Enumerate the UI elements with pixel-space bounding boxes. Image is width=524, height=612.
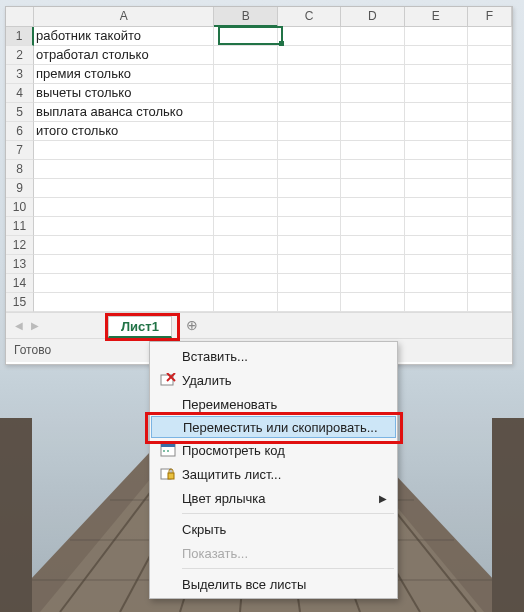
cell-a7[interactable] xyxy=(34,141,214,160)
cell-f8[interactable] xyxy=(468,160,512,179)
cell-b2[interactable] xyxy=(214,46,277,65)
cell-b4[interactable] xyxy=(214,84,277,103)
cell-a11[interactable] xyxy=(34,217,214,236)
cell-a1[interactable]: работник такойто xyxy=(34,27,214,46)
cell-c2[interactable] xyxy=(278,46,341,65)
cell-f6[interactable] xyxy=(468,122,512,141)
add-sheet-button[interactable]: ⊕ xyxy=(182,316,202,336)
cell-a3[interactable]: премия столько xyxy=(34,65,214,84)
cell-c14[interactable] xyxy=(278,274,341,293)
col-header-b[interactable]: B xyxy=(214,7,277,27)
row-header-9[interactable]: 9 xyxy=(6,179,34,198)
cell-d8[interactable] xyxy=(341,160,404,179)
cell-e1[interactable] xyxy=(405,27,468,46)
cell-b9[interactable] xyxy=(214,179,277,198)
row-header-15[interactable]: 15 xyxy=(6,293,34,312)
cell-e8[interactable] xyxy=(405,160,468,179)
cell-a8[interactable] xyxy=(34,160,214,179)
cell-e13[interactable] xyxy=(405,255,468,274)
cell-f12[interactable] xyxy=(468,236,512,255)
row-header-1[interactable]: 1 xyxy=(6,27,34,46)
cell-d5[interactable] xyxy=(341,103,404,122)
cell-b1[interactable] xyxy=(214,27,277,46)
menu-hide[interactable]: Скрыть xyxy=(150,517,397,541)
menu-move-or-copy[interactable]: Переместить или скопировать... xyxy=(151,416,396,438)
cell-c8[interactable] xyxy=(278,160,341,179)
cell-a14[interactable] xyxy=(34,274,214,293)
cell-c7[interactable] xyxy=(278,141,341,160)
cell-b5[interactable] xyxy=(214,103,277,122)
cell-e4[interactable] xyxy=(405,84,468,103)
cell-d7[interactable] xyxy=(341,141,404,160)
cell-f4[interactable] xyxy=(468,84,512,103)
cell-c6[interactable] xyxy=(278,122,341,141)
cell-c12[interactable] xyxy=(278,236,341,255)
cell-a2[interactable]: отработал столько xyxy=(34,46,214,65)
row-header-3[interactable]: 3 xyxy=(6,65,34,84)
cell-a4[interactable]: вычеты столько xyxy=(34,84,214,103)
cell-f10[interactable] xyxy=(468,198,512,217)
row-header-8[interactable]: 8 xyxy=(6,160,34,179)
cell-d3[interactable] xyxy=(341,65,404,84)
cell-d14[interactable] xyxy=(341,274,404,293)
cell-e10[interactable] xyxy=(405,198,468,217)
cell-c10[interactable] xyxy=(278,198,341,217)
cell-f2[interactable] xyxy=(468,46,512,65)
cell-b10[interactable] xyxy=(214,198,277,217)
menu-rename[interactable]: Переименовать xyxy=(150,392,397,416)
cell-c5[interactable] xyxy=(278,103,341,122)
cell-d10[interactable] xyxy=(341,198,404,217)
cell-c3[interactable] xyxy=(278,65,341,84)
cell-e7[interactable] xyxy=(405,141,468,160)
cell-b14[interactable] xyxy=(214,274,277,293)
cell-f1[interactable] xyxy=(468,27,512,46)
cell-f13[interactable] xyxy=(468,255,512,274)
menu-delete[interactable]: Удалить xyxy=(150,368,397,392)
cell-d1[interactable] xyxy=(341,27,404,46)
cell-a5[interactable]: выплата аванса столько xyxy=(34,103,214,122)
menu-insert[interactable]: Вставить... xyxy=(150,344,397,368)
cell-b11[interactable] xyxy=(214,217,277,236)
cell-b3[interactable] xyxy=(214,65,277,84)
cell-d13[interactable] xyxy=(341,255,404,274)
menu-select-all-sheets[interactable]: Выделить все листы xyxy=(150,572,397,596)
cell-c15[interactable] xyxy=(278,293,341,312)
row-header-11[interactable]: 11 xyxy=(6,217,34,236)
cell-b12[interactable] xyxy=(214,236,277,255)
row-header-10[interactable]: 10 xyxy=(6,198,34,217)
row-header-7[interactable]: 7 xyxy=(6,141,34,160)
cell-a6[interactable]: итого столько xyxy=(34,122,214,141)
menu-protect-sheet[interactable]: Защитить лист... xyxy=(150,462,397,486)
col-header-a[interactable]: A xyxy=(34,7,214,27)
row-header-12[interactable]: 12 xyxy=(6,236,34,255)
row-header-2[interactable]: 2 xyxy=(6,46,34,65)
cell-b6[interactable] xyxy=(214,122,277,141)
cell-c9[interactable] xyxy=(278,179,341,198)
cell-a15[interactable] xyxy=(34,293,214,312)
cell-c4[interactable] xyxy=(278,84,341,103)
cell-d4[interactable] xyxy=(341,84,404,103)
cell-d12[interactable] xyxy=(341,236,404,255)
cell-b7[interactable] xyxy=(214,141,277,160)
cell-a10[interactable] xyxy=(34,198,214,217)
cell-f9[interactable] xyxy=(468,179,512,198)
row-header-4[interactable]: 4 xyxy=(6,84,34,103)
col-header-c[interactable]: C xyxy=(278,7,341,27)
cell-f11[interactable] xyxy=(468,217,512,236)
menu-tab-color[interactable]: Цвет ярлычка ▶ xyxy=(150,486,397,510)
col-header-f[interactable]: F xyxy=(468,7,512,27)
sheet-tab-list1[interactable]: Лист1 xyxy=(108,316,172,338)
cell-a12[interactable] xyxy=(34,236,214,255)
cell-b8[interactable] xyxy=(214,160,277,179)
sheet-nav-prev[interactable]: ◀ xyxy=(12,319,26,333)
cell-f5[interactable] xyxy=(468,103,512,122)
cell-d9[interactable] xyxy=(341,179,404,198)
cell-d11[interactable] xyxy=(341,217,404,236)
spreadsheet-grid[interactable]: ABCDEF 123456789101112131415 работник та… xyxy=(6,7,512,312)
cell-b15[interactable] xyxy=(214,293,277,312)
cell-f15[interactable] xyxy=(468,293,512,312)
cell-e12[interactable] xyxy=(405,236,468,255)
cell-c13[interactable] xyxy=(278,255,341,274)
cell-d15[interactable] xyxy=(341,293,404,312)
cell-e11[interactable] xyxy=(405,217,468,236)
